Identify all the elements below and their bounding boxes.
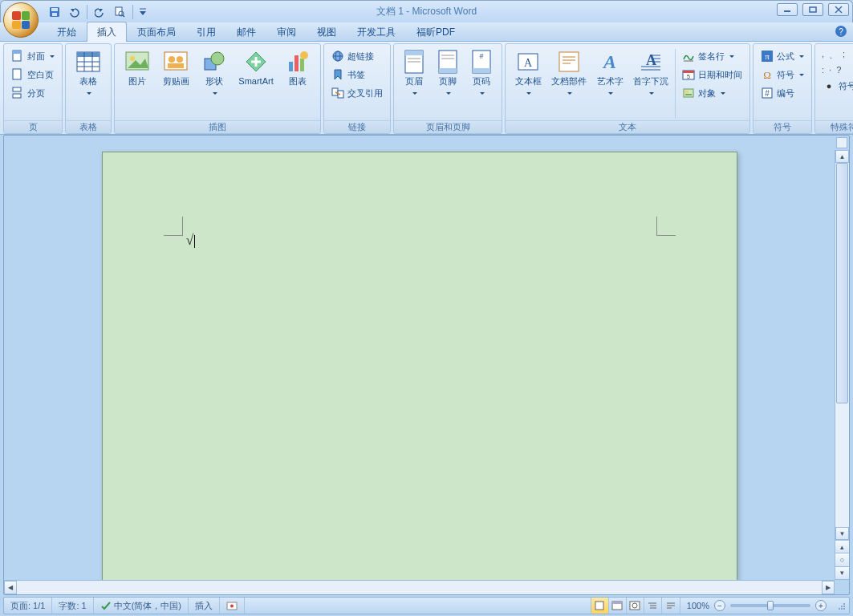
- view-outline[interactable]: [644, 598, 662, 614]
- footer-button[interactable]: 页脚: [431, 47, 465, 120]
- shapes-button[interactable]: 形状: [195, 47, 234, 120]
- bookmark-button[interactable]: 书签: [327, 66, 387, 83]
- scroll-track[interactable]: [17, 581, 822, 594]
- symbol-gallery-row[interactable]: : · ?: [818, 63, 853, 76]
- svg-rect-17: [77, 52, 100, 57]
- svg-point-89: [841, 606, 843, 607]
- symbol-semicolon[interactable]: ;: [843, 49, 845, 61]
- tab-review[interactable]: 审阅: [266, 22, 307, 42]
- status-bar: 页面: 1/1 字数: 1 中文(简体，中国) 插入 100% − +: [3, 597, 850, 614]
- tab-developer[interactable]: 开发工具: [347, 22, 406, 42]
- status-page[interactable]: 页面: 1/1: [4, 598, 52, 614]
- tab-page-layout[interactable]: 页面布局: [127, 22, 186, 42]
- symbol-bullet[interactable]: ·: [829, 65, 831, 75]
- zoom-slider-thumb[interactable]: [767, 601, 774, 610]
- special-symbol-button[interactable]: ●符号: [818, 77, 853, 95]
- svg-rect-27: [168, 63, 184, 68]
- document-area: √ ▲ ▼ ▴ ○ ▾ ◀ ▶: [3, 135, 850, 595]
- symbol-button[interactable]: Ω符号: [757, 66, 808, 83]
- print-preview-button[interactable]: [112, 5, 127, 19]
- scroll-left-button[interactable]: ◀: [4, 581, 17, 594]
- quick-parts-button[interactable]: 文档部件: [547, 47, 591, 120]
- cross-reference-button[interactable]: 交叉引用: [327, 84, 387, 102]
- horizontal-scrollbar[interactable]: ◀ ▶: [4, 580, 835, 594]
- status-language[interactable]: 中文(简体，中国): [94, 598, 189, 614]
- symbol-colon[interactable]: :: [822, 65, 824, 75]
- symbol-comma[interactable]: ,: [822, 49, 824, 61]
- scroll-thumb[interactable]: [836, 163, 848, 403]
- drop-cap-button[interactable]: A首字下沉: [629, 47, 672, 120]
- signature-line-button[interactable]: 签名行: [678, 47, 746, 65]
- view-draft[interactable]: [662, 598, 680, 614]
- zoom-level[interactable]: 100%: [687, 601, 709, 610]
- chart-button[interactable]: 图表: [278, 47, 317, 120]
- page-number-button[interactable]: #页码: [465, 47, 498, 120]
- symbol-gallery-row[interactable]: , 、 ;: [818, 47, 853, 63]
- cover-page-button[interactable]: 封面: [7, 47, 59, 65]
- zoom-in-button[interactable]: +: [815, 600, 827, 611]
- scroll-down-button[interactable]: ▼: [835, 527, 849, 540]
- zoom-slider[interactable]: [730, 604, 810, 607]
- undo-icon: [67, 6, 80, 18]
- status-insert-mode[interactable]: 插入: [189, 598, 220, 614]
- status-macro[interactable]: [220, 598, 245, 614]
- tab-foxit-pdf[interactable]: 福昕PDF: [406, 22, 465, 42]
- group-label: 表格: [66, 120, 111, 133]
- tab-insert[interactable]: 插入: [87, 22, 127, 42]
- tab-mailings[interactable]: 邮件: [226, 22, 266, 42]
- dropdown-icon: [411, 87, 417, 96]
- status-word-count[interactable]: 字数: 1: [52, 598, 93, 614]
- margin-corner-top-right: [656, 217, 676, 236]
- ruler-toggle[interactable]: [836, 137, 847, 148]
- object-button[interactable]: 对象: [678, 84, 746, 102]
- page[interactable]: √: [102, 152, 737, 580]
- next-page-button[interactable]: ▾: [835, 567, 849, 580]
- textbox-button[interactable]: A文本框: [509, 47, 547, 120]
- redo-button[interactable]: [93, 5, 108, 19]
- tab-references[interactable]: 引用: [186, 22, 226, 42]
- scroll-up-button[interactable]: ▲: [835, 150, 849, 163]
- group-illustrations: 图片 剪贴画 形状 SmartArt 图表 插图: [114, 43, 321, 134]
- clipart-button[interactable]: 剪贴画: [156, 47, 195, 120]
- maximize-button[interactable]: [802, 3, 823, 16]
- view-print-layout[interactable]: [591, 598, 609, 614]
- symbol-enum-comma[interactable]: 、: [829, 49, 838, 61]
- quick-access-toolbar: [47, 1, 147, 22]
- undo-button[interactable]: [67, 5, 81, 19]
- prev-page-button[interactable]: ▴: [835, 541, 849, 553]
- help-button[interactable]: ?: [835, 26, 847, 37]
- resize-grip[interactable]: [833, 598, 849, 614]
- save-button[interactable]: [47, 5, 62, 19]
- date-time-button[interactable]: 5日期和时间: [678, 66, 746, 83]
- office-button[interactable]: [3, 2, 39, 38]
- wordart-button[interactable]: A艺术字: [591, 47, 629, 120]
- browse-object-button[interactable]: ○: [835, 553, 849, 566]
- close-button[interactable]: [828, 3, 849, 16]
- tab-view[interactable]: 视图: [307, 22, 347, 42]
- equation-button[interactable]: π公式: [757, 47, 808, 65]
- scroll-right-button[interactable]: ▶: [822, 581, 835, 594]
- svg-point-23: [130, 56, 135, 61]
- view-full-screen[interactable]: [609, 598, 627, 614]
- page-break-button[interactable]: 分页: [7, 84, 59, 102]
- tab-home[interactable]: 开始: [47, 22, 87, 42]
- zoom-out-button[interactable]: −: [714, 600, 725, 611]
- table-button[interactable]: 表格: [69, 47, 108, 120]
- symbol-question[interactable]: ?: [836, 65, 841, 75]
- document-viewport[interactable]: √: [4, 136, 835, 580]
- picture-button[interactable]: 图片: [118, 47, 156, 120]
- smartart-button[interactable]: SmartArt: [234, 47, 278, 120]
- vertical-scrollbar[interactable]: ▲ ▼ ▴ ○ ▾: [835, 150, 849, 580]
- qat-customize-button[interactable]: [139, 5, 147, 19]
- view-web-layout[interactable]: [627, 598, 644, 614]
- hyperlink-button[interactable]: 超链接: [327, 47, 387, 65]
- blank-page-button[interactable]: 空白页: [7, 66, 59, 83]
- header-button[interactable]: 页眉: [397, 47, 431, 120]
- symbol-icon: Ω: [761, 68, 774, 81]
- number-button[interactable]: #编号: [757, 84, 808, 102]
- scroll-track[interactable]: [835, 163, 849, 527]
- svg-point-29: [211, 52, 224, 65]
- minimize-button[interactable]: [777, 3, 798, 16]
- text-cursor-area[interactable]: √: [186, 232, 196, 249]
- svg-point-93: [843, 608, 845, 610]
